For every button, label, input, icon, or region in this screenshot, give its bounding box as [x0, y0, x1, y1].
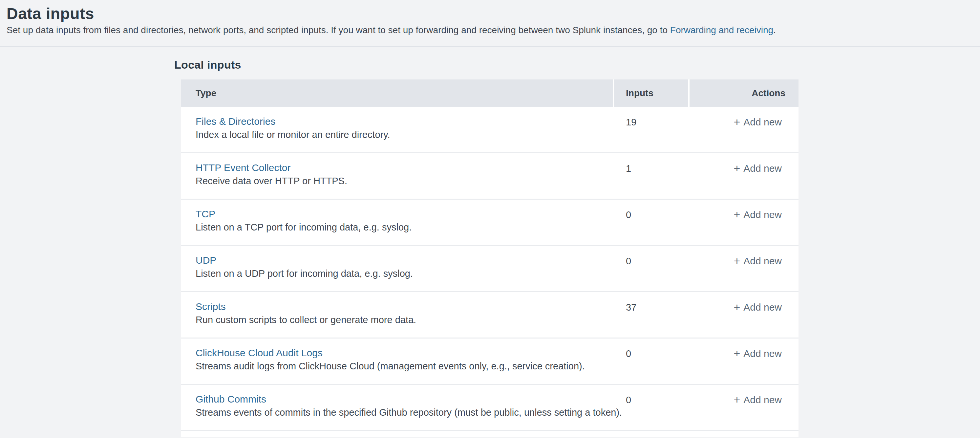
add-new-label: Add new	[743, 116, 782, 127]
files-directories-link[interactable]: Files & Directories	[196, 115, 275, 128]
plus-icon: +	[733, 162, 740, 174]
github-commits-link[interactable]: Github Commits	[196, 393, 266, 406]
add-new-label: Add new	[743, 302, 782, 312]
inputs-count: 0	[626, 348, 631, 360]
table-header-row: Type Inputs Actions	[181, 80, 799, 107]
column-header-type: Type	[181, 80, 613, 107]
inputs-count: 0	[626, 209, 631, 221]
plus-icon: +	[733, 347, 740, 360]
column-header-actions: Actions	[690, 80, 799, 107]
inputs-count: 19	[626, 116, 636, 128]
clickhouse-cloud-audit-logs-link[interactable]: ClickHouse Cloud Audit Logs	[196, 346, 323, 360]
add-new-button[interactable]: +Add new	[733, 116, 782, 128]
plus-icon: +	[733, 116, 740, 128]
type-description: Streams audit logs from ClickHouse Cloud…	[196, 360, 585, 373]
add-new-button[interactable]: +Add new	[733, 208, 782, 221]
column-header-inputs: Inputs	[614, 80, 688, 107]
table-row-udp: UDP Listen on a UDP port for incoming da…	[181, 246, 799, 292]
plus-icon: +	[733, 208, 740, 221]
plus-icon: +	[733, 393, 740, 406]
subtitle-text: Set up data inputs from files and direct…	[6, 25, 670, 35]
section-title-local-inputs: Local inputs	[174, 59, 980, 71]
page-subtitle: Set up data inputs from files and direct…	[6, 25, 980, 35]
type-description: Streams events of commits in the specifi…	[196, 406, 622, 419]
type-description: Receive data over HTTP or HTTPS.	[196, 174, 347, 188]
add-new-label: Add new	[743, 209, 782, 220]
inputs-count: 37	[626, 301, 636, 313]
type-cell: HTTP Event Collector Receive data over H…	[196, 161, 347, 188]
type-cell: TCP Listen on a TCP port for incoming da…	[196, 207, 412, 234]
add-new-button[interactable]: +Add new	[733, 301, 782, 314]
type-description: Listen on a TCP port for incoming data, …	[196, 221, 412, 234]
inputs-count: 0	[626, 255, 631, 267]
inputs-count: 1	[626, 162, 631, 174]
tcp-link[interactable]: TCP	[196, 207, 215, 221]
scripts-link[interactable]: Scripts	[196, 300, 226, 313]
add-new-button[interactable]: +Add new	[733, 393, 782, 406]
add-new-button[interactable]: +Add new	[733, 347, 782, 360]
add-new-label: Add new	[743, 348, 782, 359]
plus-icon: +	[733, 301, 740, 313]
table-row-clickhouse-cloud-audit-logs: ClickHouse Cloud Audit Logs Streams audi…	[181, 339, 799, 385]
add-new-label: Add new	[743, 255, 782, 266]
main-content: Local inputs Type Inputs Actions Files &…	[0, 59, 980, 437]
inputs-count: 0	[626, 394, 631, 406]
table-row-files-directories: Files & Directories Index a local file o…	[181, 107, 799, 153]
plus-icon: +	[733, 255, 740, 267]
table-row-github-commits: Github Commits Streams events of commits…	[181, 385, 799, 431]
udp-link[interactable]: UDP	[196, 254, 216, 267]
type-description: Run custom scripts to collect or generat…	[196, 313, 416, 327]
page-title: Data inputs	[6, 5, 980, 22]
table-row-partial	[181, 431, 799, 437]
type-cell: Github Commits Streams events of commits…	[196, 393, 622, 419]
type-description: Listen on a UDP port for incoming data, …	[196, 267, 413, 280]
type-description: Index a local file or monitor an entire …	[196, 128, 390, 141]
table-row-scripts: Scripts Run custom scripts to collect or…	[181, 292, 799, 339]
type-cell: UDP Listen on a UDP port for incoming da…	[196, 254, 413, 280]
add-new-button[interactable]: +Add new	[733, 255, 782, 267]
type-cell: ClickHouse Cloud Audit Logs Streams audi…	[196, 346, 585, 373]
subtitle-period: .	[773, 25, 776, 35]
type-cell: Scripts Run custom scripts to collect or…	[196, 300, 416, 327]
table-row-http-event-collector: HTTP Event Collector Receive data over H…	[181, 153, 799, 200]
local-inputs-table: Type Inputs Actions Files & Directories …	[181, 80, 799, 437]
forwarding-and-receiving-link[interactable]: Forwarding and receiving	[670, 25, 773, 35]
add-new-button[interactable]: +Add new	[733, 162, 782, 175]
page-header: Data inputs Set up data inputs from file…	[0, 0, 980, 47]
table-row-tcp: TCP Listen on a TCP port for incoming da…	[181, 200, 799, 246]
add-new-label: Add new	[743, 163, 782, 174]
add-new-label: Add new	[743, 394, 782, 405]
http-event-collector-link[interactable]: HTTP Event Collector	[196, 161, 291, 174]
type-cell: Files & Directories Index a local file o…	[196, 115, 390, 141]
